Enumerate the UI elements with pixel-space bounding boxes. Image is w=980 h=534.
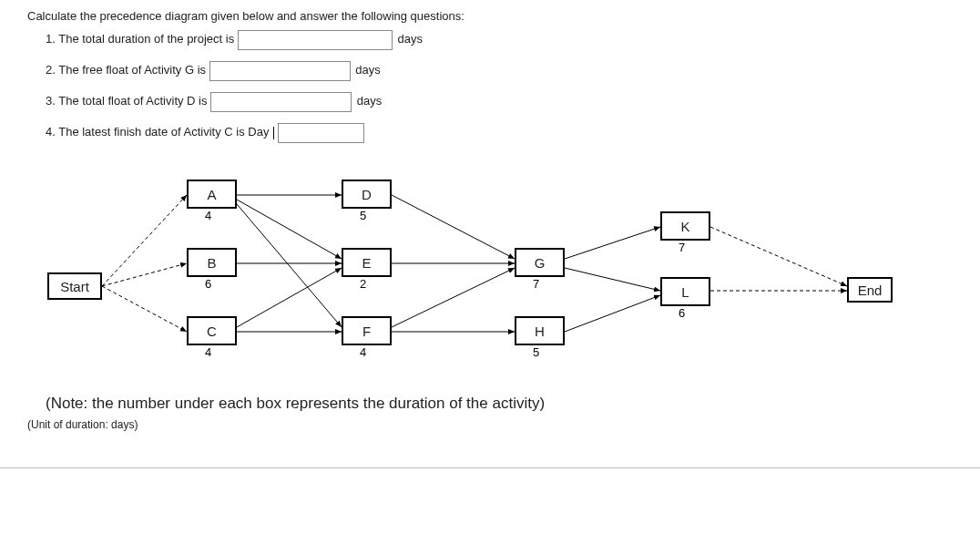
- svg-line-16: [710, 227, 847, 286]
- question-4: 4. The latest finish date of Activity C …: [46, 123, 953, 143]
- node-l: L: [660, 277, 710, 306]
- svg-line-13: [565, 227, 660, 259]
- svg-line-11: [392, 268, 515, 327]
- q1-tail: days: [397, 32, 422, 46]
- svg-line-0: [102, 195, 187, 286]
- node-k: K: [660, 211, 710, 241]
- text-cursor: [273, 127, 274, 139]
- q1-input[interactable]: [238, 30, 393, 50]
- q3-input[interactable]: [210, 92, 352, 112]
- node-f: F: [342, 316, 392, 345]
- question-3: 3. The total float of Activity D is days: [46, 92, 953, 112]
- question-1: 1. The total duration of the project is …: [46, 30, 953, 50]
- node-c: C: [187, 316, 237, 345]
- dur-g: 7: [533, 277, 539, 291]
- q4-lead: 4. The latest finish date of Activity C …: [46, 125, 269, 139]
- q1-lead: 1. The total duration of the project is: [46, 32, 234, 46]
- dur-l: 6: [679, 306, 685, 320]
- svg-line-15: [565, 295, 660, 332]
- node-e: E: [342, 248, 392, 277]
- unit-note: (Unit of duration: days): [27, 418, 953, 431]
- diagram-note: (Note: the number under each box represe…: [46, 395, 953, 413]
- separator: [0, 467, 980, 468]
- node-end: End: [847, 277, 893, 303]
- q3-tail: days: [357, 94, 382, 108]
- question-list: 1. The total duration of the project is …: [46, 30, 953, 143]
- dur-d: 5: [360, 209, 366, 222]
- q4-input[interactable]: [278, 123, 364, 143]
- q2-input[interactable]: [209, 61, 351, 81]
- svg-line-1: [102, 263, 187, 286]
- dur-h: 5: [533, 345, 539, 359]
- dur-a: 4: [205, 209, 211, 222]
- node-a: A: [187, 180, 237, 209]
- precedence-diagram: Start A 4 B 6 C 4 D 5 E 2 F 4 G 7 H 5 K …: [46, 154, 920, 382]
- svg-line-4: [237, 200, 342, 259]
- dur-e: 2: [360, 277, 366, 291]
- q2-tail: days: [355, 63, 380, 77]
- svg-line-5: [237, 204, 342, 327]
- node-b: B: [187, 248, 237, 277]
- node-start: Start: [47, 272, 102, 300]
- svg-line-9: [392, 195, 515, 259]
- q3-lead: 3. The total float of Activity D is: [46, 94, 208, 108]
- node-h: H: [515, 316, 565, 345]
- node-g: G: [515, 248, 565, 277]
- intro-text: Calculate the precedence diagram given b…: [27, 9, 953, 23]
- q2-lead: 2. The free float of Activity G is: [46, 63, 206, 77]
- svg-line-14: [565, 268, 660, 291]
- svg-line-7: [237, 268, 342, 327]
- dur-c: 4: [205, 345, 211, 359]
- node-d: D: [342, 180, 392, 209]
- dur-b: 6: [205, 277, 211, 291]
- dur-f: 4: [360, 345, 366, 359]
- dur-k: 7: [679, 241, 685, 254]
- diagram-edges: [46, 154, 920, 382]
- question-2: 2. The free float of Activity G is days: [46, 61, 953, 81]
- svg-line-2: [102, 286, 187, 332]
